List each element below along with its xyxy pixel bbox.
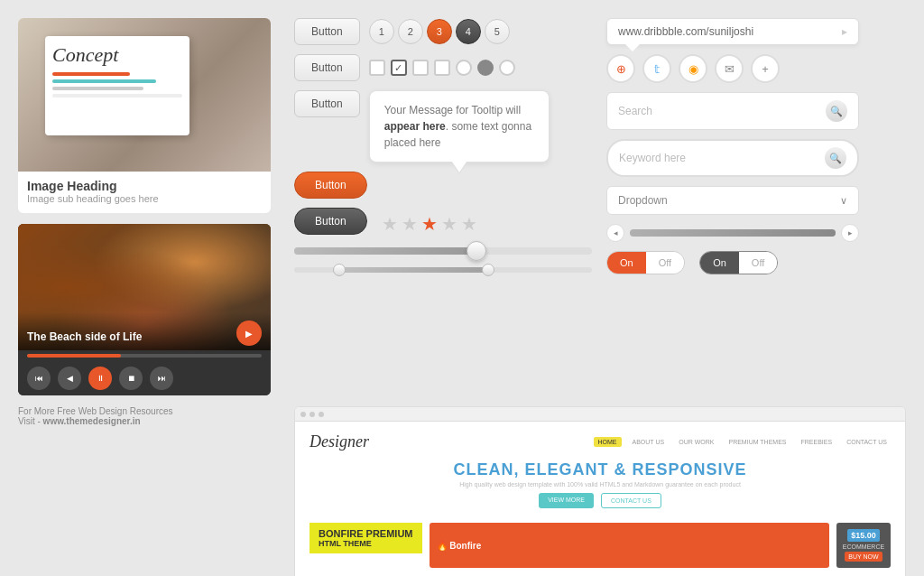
preview-logo: Designer	[310, 432, 369, 451]
star-1[interactable]: ★	[382, 213, 398, 235]
page-2[interactable]: 2	[398, 19, 423, 44]
browser-dot-1	[300, 412, 306, 417]
social-icons-row: ⊕ 𝕥 ◉ ✉ +	[606, 54, 859, 83]
preview-title: CLEAN, ELEGANT & RESPONSIVE	[310, 460, 891, 479]
video-thumbnail: The Beach side of Life ▶	[18, 224, 271, 350]
prev-button[interactable]: ◀	[58, 367, 81, 390]
pause-button[interactable]: ⏸	[88, 367, 112, 390]
tooltip-box: Your Message for Tooltip will appear her…	[369, 90, 550, 163]
tooltip-arrow	[452, 162, 467, 172]
slider-1[interactable]	[294, 244, 592, 258]
nav-contact[interactable]: CONTACT US	[843, 437, 891, 447]
image-card: Concept Image Heading Image sub heading …	[18, 18, 271, 213]
bonfire-title: BONFIRE PREMIUM	[319, 528, 413, 539]
range-left-arrow[interactable]: ◂	[606, 224, 624, 242]
checkbox-4[interactable]	[434, 60, 450, 76]
keyword-box[interactable]: Keyword here 🔍	[606, 139, 859, 177]
progress-track	[27, 354, 262, 358]
skip-back-button[interactable]: ⏮	[27, 367, 51, 390]
slider-1-fill	[294, 247, 473, 255]
toggle-off-1[interactable]: Off	[646, 252, 684, 274]
ecommerce-label: ECOMMERCE	[843, 543, 884, 550]
checkbox-3[interactable]	[412, 60, 429, 76]
tooltip-area: Button Your Message for Tooltip will app…	[294, 90, 592, 163]
pagination: 1 2 3 4 5	[369, 19, 510, 44]
nav-about[interactable]: ABOUT US	[629, 437, 669, 447]
button-dark[interactable]: Button	[294, 208, 367, 235]
search-button[interactable]: 🔍	[826, 100, 847, 122]
dropdown-label: Dropdown	[618, 194, 668, 207]
range-thumb-left[interactable]	[333, 264, 346, 276]
inner-line-3	[52, 87, 143, 90]
star-4[interactable]: ★	[441, 213, 457, 235]
nav-freebies[interactable]: FREEBIES	[798, 437, 836, 447]
view-more-btn[interactable]: VIEW MORE	[539, 493, 594, 508]
top-row: Concept Image Heading Image sub heading …	[18, 18, 906, 395]
orange-bar: 🔥 Bonfire	[430, 523, 830, 568]
range-fill-wide	[630, 229, 836, 237]
twitter-icon[interactable]: 𝕥	[642, 54, 671, 83]
button-orange[interactable]: Button	[294, 172, 367, 199]
star-3-active[interactable]: ★	[421, 213, 438, 235]
range-fill	[339, 267, 488, 273]
progress-fill	[27, 354, 121, 358]
rss-icon[interactable]: ◉	[679, 54, 707, 83]
button-2[interactable]: Button	[294, 54, 360, 81]
video-progress-bar	[18, 350, 271, 361]
nav-home[interactable]: HOME	[594, 437, 622, 447]
main-container: Concept Image Heading Image sub heading …	[0, 0, 924, 576]
preview-subtitle: High quality web design template with 10…	[310, 481, 891, 488]
range-row-right: ◂ ▸	[606, 224, 859, 242]
image-subheading: Image sub heading goes here	[27, 193, 262, 204]
button-3[interactable]: Button	[294, 90, 360, 117]
checkbox-1[interactable]	[369, 60, 385, 76]
email-icon[interactable]: ✉	[715, 54, 744, 83]
page-1[interactable]: 1	[369, 19, 394, 44]
keyword-search-button[interactable]: 🔍	[825, 147, 846, 169]
plus-icon[interactable]: +	[751, 54, 780, 83]
toggle-on-2[interactable]: On	[700, 252, 739, 274]
search-box[interactable]: Search 🔍	[606, 92, 859, 130]
search-placeholder: Search	[618, 105, 826, 117]
slider-1-track	[294, 247, 592, 255]
page-4-dark[interactable]: 4	[456, 19, 481, 44]
url-text: www.dribbble.com/suniljoshi	[618, 25, 753, 38]
browser-bar	[295, 407, 905, 422]
star-5[interactable]: ★	[461, 213, 477, 235]
contact-btn[interactable]: CONTACT US	[601, 493, 661, 508]
nav-work[interactable]: OUR WORK	[675, 437, 717, 447]
video-title: The Beach side of Life	[27, 330, 142, 343]
inner-lines	[52, 72, 182, 98]
inner-line-1	[52, 72, 130, 76]
toggle-off-2[interactable]: Off	[739, 252, 777, 274]
buy-now-btn[interactable]: BUY NOW	[845, 552, 882, 562]
range-right-arrow[interactable]: ▸	[841, 224, 859, 242]
stop-button[interactable]: ⏹	[119, 367, 143, 390]
dropdown[interactable]: Dropdown ∨	[606, 186, 859, 215]
left-panel: Concept Image Heading Image sub heading …	[18, 18, 280, 395]
toggle-orange: On Off	[606, 251, 685, 274]
url-icon: ▸	[842, 25, 847, 38]
toggle-on-1[interactable]: On	[607, 252, 646, 274]
radio-1[interactable]	[456, 60, 472, 76]
next-button[interactable]: ⏭	[150, 367, 173, 390]
radio-3[interactable]	[499, 60, 515, 76]
toggles-row: On Off On Off	[606, 251, 859, 274]
range-track-wide[interactable]	[630, 229, 836, 237]
bottom-row: For More Free Web Design Resources Visit…	[18, 406, 906, 576]
play-button-overlay[interactable]: ▶	[236, 321, 262, 346]
page-5[interactable]: 5	[485, 19, 510, 44]
concept-label: Concept	[52, 43, 182, 67]
range-thumb-right[interactable]	[482, 264, 494, 276]
radio-2-filled[interactable]	[477, 60, 494, 76]
nav-themes[interactable]: PREMIUM THEMES	[725, 437, 790, 447]
page-3-active[interactable]: 3	[427, 19, 452, 44]
checkbox-2-checked[interactable]: ✓	[391, 60, 407, 76]
globe-icon[interactable]: ⊕	[606, 54, 635, 83]
website-preview: Designer HOME ABOUT US OUR WORK PREMIUM …	[294, 406, 906, 576]
star-2[interactable]: ★	[402, 213, 418, 235]
range-slider[interactable]	[294, 267, 592, 273]
button-1[interactable]: Button	[294, 18, 360, 45]
tooltip-text-1: Your Message for Tooltip will	[384, 104, 521, 116]
slider-1-thumb[interactable]	[467, 241, 486, 261]
